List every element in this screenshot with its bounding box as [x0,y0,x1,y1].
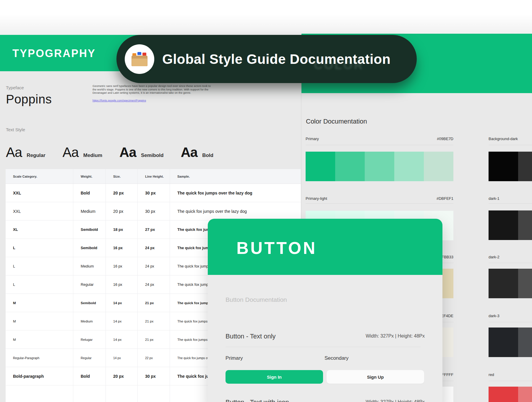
swatch [518,328,532,357]
swatch [489,387,518,402]
button-card-header: BUTTON [208,219,442,275]
cell-lineheight: 22 px [137,349,170,367]
aa-glyph: Aa [181,144,197,160]
cell-weight: Regular [73,349,106,367]
weight-name: Medium [83,153,102,158]
cell-lineheight: 30 px [137,184,170,202]
dark-divider [489,381,532,381]
swatch [518,387,532,402]
text-style-sample-medium: Aa Medium [63,144,103,160]
button-card-title: BUTTON [236,238,317,258]
global-style-guide-banner: Global Style Guide Documentation [116,35,417,83]
cell-size: 14 px [106,312,137,330]
google-fonts-link[interactable]: https://fonts.google.com/specimen/Poppin… [93,99,146,102]
button-doc-label: Button Documentation [226,296,287,303]
banner-icon-circle [125,44,154,74]
primary-variant-label: Primary [226,355,243,361]
sign-in-button[interactable]: Sign In [226,370,323,384]
typography-band-title: TYPOGRAPHY [12,47,96,60]
cell-scale: L [6,257,73,275]
text-style-sample-bold: Aa Bold [181,144,213,160]
cell-lineheight: 27 px [137,221,170,239]
text-style-sample-regular: Aa Regular [6,144,46,160]
cell-lineheight: 30 px [137,367,170,385]
cell-size: 14 px [106,294,137,312]
color-band-ghost-title: COLOR [314,59,364,72]
col-header-weight: Weight. [73,169,106,184]
color-doc-title: Color Documentation [306,118,367,125]
red-swatches [489,387,532,402]
text-icon-section-meta: Width: 327Px | Height: 48Px [366,399,425,402]
cell-weight: Semibold [73,239,106,257]
cell-scale: M [6,330,73,348]
cell-size: 14 px [106,330,137,348]
palette-divider [306,203,453,204]
col-header-size: Size. [106,169,137,184]
dark-divider [489,203,532,204]
col-header-scale: Scale Category. [6,169,73,184]
col-header-lineheight: Line Height. [137,169,170,184]
cell-scale: XL [6,221,73,239]
folder-tab-red-icon [142,53,146,56]
cell-scale: XXL [6,184,73,202]
swatch [518,210,532,240]
cell-weight: Bold [73,184,106,202]
dark-row-name: dark-3 [489,314,499,318]
weight-name: Bold [202,153,213,158]
swatch [365,152,394,181]
palette-row-name: Primary [306,137,319,141]
cell-weight: Semibold [73,221,106,239]
cell-lineheight: 24 px [137,257,170,275]
table-row: XXL Bold 20 px 30 px The quick fox jumps… [6,184,301,202]
cell-scale: L [6,239,73,257]
swatch [489,152,518,181]
cell-weight: Bold [73,367,106,385]
palette-row-name: Primary-light [306,196,327,201]
section-divider [226,347,421,347]
swatch [424,152,453,181]
table-header-row: Scale Category. Weight. Size. Line Heigh… [6,169,301,184]
cell-size: 20 px [106,367,137,385]
folder-front [132,59,147,66]
card-index-folder-icon [132,54,147,66]
sign-up-button[interactable]: Sign Up [327,370,424,384]
secondary-variant-label: Secondary [325,355,348,361]
dark-divider [489,263,532,263]
text-only-section-title: Button - Text only [226,333,276,340]
cell-sample: The quick fox jumps over the lazy dog [170,202,301,220]
dark-divider [489,322,532,322]
text-style-section-label: Text Style [6,127,25,132]
cell-sample: The quick fox jumps over the lazy dog [170,184,301,202]
swatch [335,152,365,181]
cell-scale: Bold-paragraph [6,367,73,385]
text-icon-section-title: Button - Text with icon [226,398,289,402]
cell-lineheight: 24 px [137,275,170,294]
typeface-section-label: Typeface [6,85,24,90]
cell-scale: M [6,294,73,312]
dark2-swatches [489,269,532,298]
cell-weight: Relugar [73,330,106,348]
aa-glyph: Aa [119,144,136,160]
dark-row-name: dark-2 [489,255,499,259]
cell-lineheight: 21 px [137,330,170,348]
text-style-samples: Aa Regular Aa Medium Aa Semibold Aa Bold [6,144,231,160]
swatch [489,269,518,298]
swatch [394,152,424,181]
cell-weight: Semibold [73,294,106,312]
cell-scale: L [6,275,73,294]
cell-lineheight: 30 px [137,202,170,220]
aa-glyph: Aa [6,144,22,160]
swatch [306,152,335,181]
button-doc-card: BUTTON Button Documentation Button - Tex… [208,219,442,402]
cell-weight: Medium [73,202,106,220]
dark-row-name: dark-1 [489,196,499,201]
cell-size: 16 px [106,275,137,294]
cell-size: 20 px [106,202,137,220]
dark-row-name: Background-dark [489,137,518,141]
dark1-swatches [489,210,532,240]
col-header-sample: Sample. [170,169,301,184]
cell-size: 20 px [106,184,137,202]
cell-lineheight: 21 px [137,294,170,312]
page-top-background [0,0,532,35]
cell-size: 16 px [106,239,137,257]
